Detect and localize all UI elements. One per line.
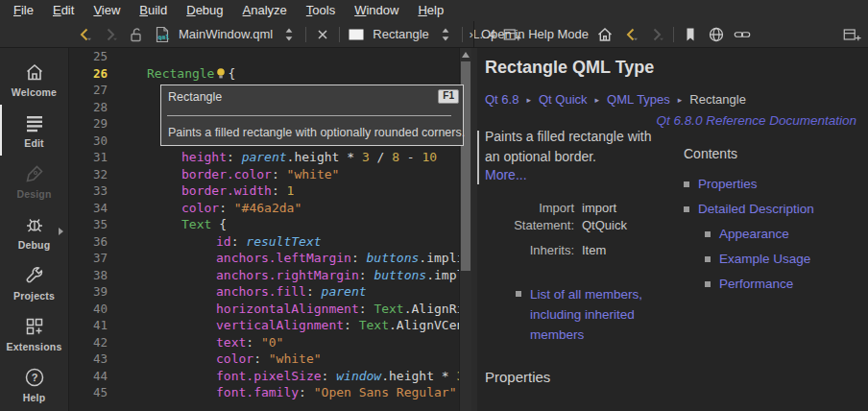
- sidebar-item-edit[interactable]: Edit: [0, 105, 68, 156]
- line-number[interactable]: 27: [69, 82, 108, 99]
- home-icon[interactable]: [595, 25, 615, 44]
- menu-help[interactable]: Help: [408, 1, 453, 20]
- code-line-36[interactable]: 36id: resultText: [69, 233, 459, 251]
- link-icon[interactable]: [733, 25, 752, 44]
- help-forward-icon[interactable]: [647, 25, 666, 44]
- code-text: border.color: "white": [112, 166, 339, 183]
- open-document-selector[interactable]: MainWindow.qml: [179, 27, 273, 41]
- line-number[interactable]: 38: [69, 267, 108, 284]
- code-line-34[interactable]: 34color: "#46a2da": [69, 200, 459, 217]
- code-text: text: "0": [112, 334, 283, 351]
- bullet-square-icon: [705, 281, 711, 287]
- tooltip-f1-button[interactable]: F1: [438, 89, 459, 104]
- help-scrollbar-thumb[interactable]: [477, 131, 479, 184]
- toolbar-pane-divider: [473, 21, 474, 47]
- line-number[interactable]: 32: [69, 166, 108, 183]
- line-number[interactable]: 28: [69, 99, 108, 116]
- line-number[interactable]: 43: [69, 351, 108, 368]
- breadcrumb-qt-quick[interactable]: Qt Quick: [539, 92, 588, 107]
- code-line-38[interactable]: 38anchors.rightMargin: buttons.impl: [69, 267, 459, 284]
- forward-icon[interactable]: [101, 25, 120, 44]
- line-number[interactable]: 26: [69, 65, 108, 83]
- split-help-icon[interactable]: [842, 25, 861, 44]
- menu-view[interactable]: View: [84, 1, 130, 20]
- menu-tools[interactable]: Tools: [297, 1, 345, 20]
- code-line-43[interactable]: 43color: "white": [69, 351, 459, 368]
- close-document-icon[interactable]: [313, 25, 332, 44]
- code-line-35[interactable]: 35Text {: [69, 216, 459, 233]
- code-line-44[interactable]: 44font.pixelSize: window.height * 3: [69, 368, 459, 385]
- lightbulb-icon[interactable]: [214, 66, 228, 81]
- line-number[interactable]: 44: [69, 368, 108, 385]
- menu-edit[interactable]: Edit: [43, 1, 84, 20]
- sidebar-item-help[interactable]: ? Help: [0, 359, 68, 410]
- menu-window[interactable]: Window: [345, 1, 408, 20]
- code-editor-pane[interactable]: 2526Rectangle{2728293031height: parent.h…: [69, 48, 471, 411]
- line-number[interactable]: 36: [69, 233, 108, 251]
- menu-debug[interactable]: Debug: [177, 1, 232, 20]
- line-number[interactable]: 31: [69, 149, 108, 166]
- tooltip-title: Rectangle: [168, 90, 222, 104]
- line-number[interactable]: 40: [69, 301, 108, 318]
- menu-file[interactable]: File: [4, 1, 43, 20]
- code-line-42[interactable]: 42text: "0": [69, 334, 459, 351]
- contents-link-appearance[interactable]: Appearance: [719, 227, 789, 241]
- symbol-dropdown-icon[interactable]: [436, 25, 455, 44]
- contents-link-detailed-description[interactable]: Detailed Description: [698, 202, 814, 216]
- code-line-33[interactable]: 33border.width: 1: [69, 182, 459, 200]
- help-back-icon[interactable]: [621, 25, 640, 44]
- line-number[interactable]: 34: [69, 200, 108, 217]
- contents-link-properties[interactable]: Properties: [698, 177, 758, 191]
- sidebar-item-projects[interactable]: Projects: [0, 257, 68, 308]
- bookmark-icon[interactable]: [681, 25, 700, 44]
- inherits-link[interactable]: Item: [582, 242, 649, 259]
- code-line-40[interactable]: 40horizontalAlignment: Text.AlignRi: [69, 301, 459, 318]
- code-line-45[interactable]: 45font.family: "Open Sans Regular": [69, 384, 459, 401]
- design-pen-icon: [23, 162, 46, 185]
- inherits-label: Inherits:: [477, 242, 574, 259]
- code-line-32[interactable]: 32border.color: "white": [69, 166, 459, 183]
- line-number[interactable]: 41: [69, 317, 108, 334]
- contents-item: Properties: [684, 171, 814, 196]
- menu-analyze[interactable]: Analyze: [233, 1, 297, 20]
- breadcrumb-separator-icon: ▸: [678, 95, 683, 105]
- sidebar-item-extensions[interactable]: Extensions: [0, 308, 68, 359]
- line-number[interactable]: 33: [69, 182, 108, 200]
- lock-icon[interactable]: [127, 25, 146, 44]
- back-icon[interactable]: [75, 25, 94, 44]
- code-line-41[interactable]: 41verticalAlignment: Text.AlignVCen: [69, 317, 459, 334]
- code-line-39[interactable]: 39anchors.fill: parent: [69, 283, 459, 301]
- line-number[interactable]: 37: [69, 250, 108, 267]
- code-line-31[interactable]: 31height: parent.height * 3 / 8 - 10: [69, 149, 459, 166]
- scrollbar-up-arrow-icon[interactable]: [462, 52, 470, 58]
- code-line-25[interactable]: 25: [69, 48, 459, 65]
- line-number[interactable]: 29: [69, 115, 108, 133]
- sidebar-item-welcome[interactable]: Welcome: [0, 54, 68, 105]
- code-line-37[interactable]: 37anchors.leftMargin: buttons.impli: [69, 250, 459, 267]
- sidebar-item-debug[interactable]: Debug: [0, 206, 68, 257]
- line-number[interactable]: 45: [69, 384, 108, 401]
- breadcrumb-qt-6-8[interactable]: Qt 6.8: [485, 92, 518, 107]
- code-text: color: "#46a2da": [112, 200, 301, 217]
- import-statement-row: Import Statement: import QtQuick: [477, 200, 649, 234]
- symbol-selector[interactable]: Rectangle: [373, 27, 429, 41]
- more-link[interactable]: More...: [485, 167, 527, 182]
- line-number[interactable]: 30: [69, 133, 108, 150]
- line-number[interactable]: 35: [69, 216, 108, 233]
- bug-icon: [23, 213, 46, 236]
- debug-submenu-arrow-icon[interactable]: [59, 228, 63, 235]
- document-dropdown-icon[interactable]: [279, 25, 299, 44]
- globe-icon[interactable]: [707, 25, 726, 44]
- breadcrumb-separator-icon: ▸: [595, 95, 600, 105]
- all-members-link[interactable]: List of all members, including inherited…: [530, 284, 681, 345]
- line-number[interactable]: 39: [69, 283, 108, 301]
- contents-item: Performance: [684, 271, 814, 296]
- open-in-help-mode-button[interactable]: Open in Help Mode: [481, 27, 589, 41]
- contents-link-example-usage[interactable]: Example Usage: [719, 252, 810, 266]
- line-number[interactable]: 42: [69, 334, 108, 351]
- code-line-26[interactable]: 26Rectangle{: [69, 65, 459, 83]
- line-number[interactable]: 25: [69, 48, 108, 65]
- menu-build[interactable]: Build: [130, 1, 177, 20]
- breadcrumb-qml-types[interactable]: QML Types: [607, 92, 670, 107]
- contents-link-performance[interactable]: Performance: [719, 277, 793, 291]
